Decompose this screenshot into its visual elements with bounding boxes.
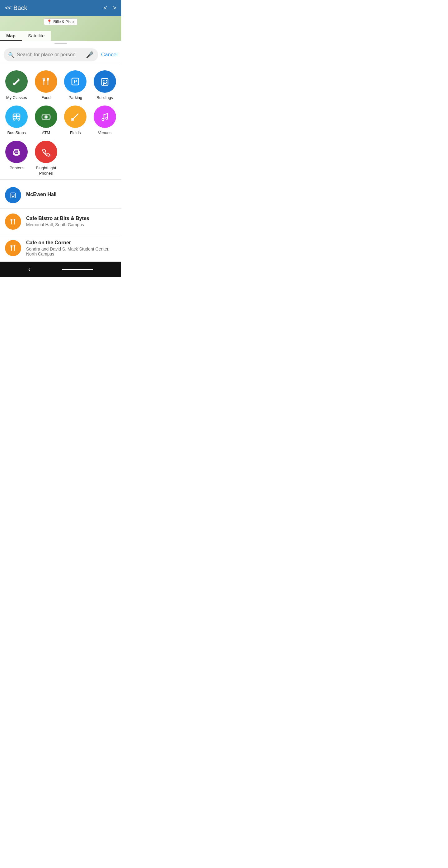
mcewen-hall-icon-circle bbox=[5, 187, 21, 203]
printers-label: Printers bbox=[10, 165, 24, 171]
microphone-icon[interactable]: 🎤 bbox=[86, 51, 94, 59]
search-icon: 🔍 bbox=[8, 52, 14, 58]
svg-point-35 bbox=[18, 151, 19, 152]
fork-knife-icon bbox=[40, 75, 52, 88]
printers-icon-circle bbox=[5, 141, 28, 163]
search-bar-row: 🔍 🎤 Cancel bbox=[0, 46, 121, 64]
bus-icon bbox=[10, 111, 22, 123]
svg-point-18 bbox=[18, 119, 20, 120]
food-icon-circle bbox=[35, 70, 57, 93]
svg-point-22 bbox=[45, 116, 46, 117]
map-tabs: Map Satellite bbox=[0, 31, 51, 41]
venues-icon-circle bbox=[94, 105, 116, 128]
mcewen-hall-title: McEwen Hall bbox=[26, 192, 116, 197]
category-section: My Classes Food P Parking bbox=[0, 64, 121, 179]
search-input-wrap: 🔍 🎤 bbox=[4, 48, 98, 61]
search-input[interactable] bbox=[17, 52, 84, 58]
category-bus-stops[interactable]: Bus Stops bbox=[3, 105, 30, 136]
header-navigation: < > bbox=[104, 4, 116, 11]
atm-icon-circle bbox=[35, 105, 57, 128]
phone-icon bbox=[40, 146, 52, 158]
category-grid: My Classes Food P Parking bbox=[3, 70, 118, 176]
parking-icon-circle: P bbox=[64, 70, 87, 93]
money-icon bbox=[40, 111, 52, 123]
cafe-bistro-subtitle: Memorial Hall, South Campus bbox=[26, 222, 116, 227]
category-blughtlight-phones[interactable]: BlughtLightPhones bbox=[33, 141, 60, 176]
svg-point-17 bbox=[14, 119, 15, 120]
mcewen-hall-building-icon bbox=[9, 191, 18, 199]
map-location-text: Rifle & Pistol bbox=[53, 20, 74, 24]
category-printers[interactable]: Printers bbox=[3, 141, 30, 176]
category-list-divider bbox=[0, 179, 121, 180]
cafe-bistro-food-icon bbox=[9, 217, 18, 226]
music-icon bbox=[99, 111, 111, 123]
category-buildings[interactable]: Buildings bbox=[92, 70, 119, 100]
parking-icon: P bbox=[69, 75, 81, 88]
cafe-bistro-icon-circle bbox=[5, 214, 21, 230]
svg-line-25 bbox=[104, 114, 108, 115]
cafe-corner-subtitle: Sondra and David S. Mack Student Center,… bbox=[26, 247, 116, 256]
nav-next-button[interactable]: > bbox=[113, 4, 116, 11]
blughtlight-phones-label: BlughtLightPhones bbox=[36, 165, 56, 176]
list-section: McEwen Hall Cafe Bistro at Bits & Bytes … bbox=[0, 182, 121, 262]
my-classes-label: My Classes bbox=[6, 95, 27, 100]
buildings-label: Buildings bbox=[96, 95, 113, 100]
atm-label: ATM bbox=[42, 130, 50, 136]
bus-stops-icon-circle bbox=[5, 105, 28, 128]
svg-rect-43 bbox=[12, 196, 14, 198]
parking-label: Parking bbox=[68, 95, 82, 100]
printer-icon bbox=[10, 146, 22, 158]
food-label: Food bbox=[41, 95, 51, 100]
home-indicator[interactable] bbox=[62, 269, 93, 270]
mcewen-hall-text: McEwen Hall bbox=[26, 192, 116, 198]
svg-rect-13 bbox=[104, 84, 106, 85]
svg-text:P: P bbox=[74, 79, 77, 84]
cafe-corner-food-icon bbox=[9, 244, 18, 252]
cancel-button[interactable]: Cancel bbox=[101, 52, 118, 58]
map-location-label: 📍 Rifle & Pistol bbox=[44, 18, 77, 25]
list-item-cafe-corner[interactable]: Cafe on the Corner Sondra and David S. M… bbox=[0, 235, 121, 262]
category-venues[interactable]: Venues bbox=[92, 105, 119, 136]
bottom-back-button[interactable]: ‹ bbox=[28, 266, 31, 274]
my-classes-icon-circle bbox=[5, 70, 28, 93]
bottom-navigation-bar: ‹ bbox=[0, 262, 121, 277]
cafe-corner-title: Cafe on the Corner bbox=[26, 240, 116, 246]
category-atm[interactable]: ATM bbox=[33, 105, 60, 136]
category-food[interactable]: Food bbox=[33, 70, 60, 100]
app-header: < < Back < > bbox=[0, 0, 121, 16]
fields-label: Fields bbox=[70, 130, 81, 136]
cafe-corner-icon-circle bbox=[5, 240, 21, 256]
cafe-corner-text: Cafe on the Corner Sondra and David S. M… bbox=[26, 240, 116, 256]
svg-rect-36 bbox=[11, 193, 15, 198]
phones-icon-circle bbox=[35, 141, 57, 163]
cafe-bistro-text: Cafe Bistro at Bits & Bytes Memorial Hal… bbox=[26, 216, 116, 227]
cafe-bistro-title: Cafe Bistro at Bits & Bytes bbox=[26, 216, 116, 221]
back-label: < Back bbox=[8, 4, 27, 11]
bat-ball-icon bbox=[69, 111, 81, 123]
list-item-mcewen-hall[interactable]: McEwen Hall bbox=[0, 182, 121, 209]
category-fields[interactable]: Fields bbox=[62, 105, 89, 136]
list-item-cafe-bistro[interactable]: Cafe Bistro at Bits & Bytes Memorial Hal… bbox=[0, 209, 121, 235]
tab-satellite[interactable]: Satellite bbox=[22, 31, 51, 41]
pencil-icon bbox=[10, 75, 22, 88]
back-button[interactable]: < < Back bbox=[5, 4, 27, 11]
fields-icon-circle bbox=[64, 105, 87, 128]
drag-bar bbox=[55, 43, 67, 44]
category-parking[interactable]: P Parking bbox=[62, 70, 89, 100]
tab-map[interactable]: Map bbox=[0, 31, 22, 41]
venues-label: Venues bbox=[98, 130, 111, 136]
nav-prev-button[interactable]: < bbox=[104, 4, 107, 11]
drag-handle bbox=[0, 41, 121, 46]
bus-stops-label: Bus Stops bbox=[7, 130, 26, 136]
map-preview: 📍 Rifle & Pistol Map Satellite bbox=[0, 16, 121, 41]
category-my-classes[interactable]: My Classes bbox=[3, 70, 30, 100]
building-icon bbox=[99, 75, 111, 88]
map-pin-icon: 📍 bbox=[47, 19, 52, 24]
buildings-icon-circle bbox=[94, 70, 116, 93]
